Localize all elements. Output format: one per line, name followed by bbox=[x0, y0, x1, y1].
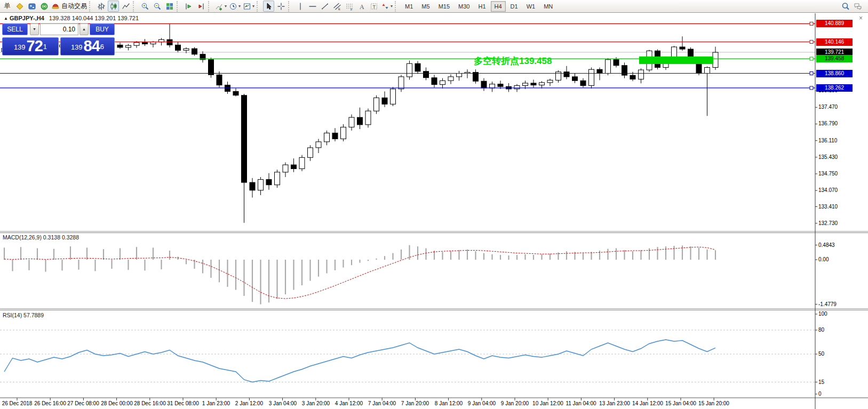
sell-button[interactable]: SELL bbox=[2, 23, 28, 35]
timeframe-M15-button[interactable]: M15 bbox=[435, 1, 453, 12]
panel-collapse-arrow-icon[interactable]: ▲ bbox=[4, 16, 8, 21]
toolbar-separator bbox=[208, 1, 212, 12]
supply-demand-zone[interactable] bbox=[639, 57, 713, 64]
buy-button[interactable]: BUY bbox=[90, 23, 115, 35]
time-axis-label: 7 Jan 04:00 bbox=[368, 400, 396, 406]
zoom-in-icon bbox=[141, 2, 149, 11]
rsi-tick-label: 50 bbox=[818, 351, 824, 357]
macd-tick-label: -1.4779 bbox=[818, 301, 837, 308]
ohlc-readout: 139.328 140.044 139.201 139.721 bbox=[49, 15, 139, 21]
templates-button[interactable]: ▾ bbox=[242, 1, 255, 12]
chart-close-button[interactable]: × bbox=[859, 14, 863, 22]
tile-windows-button[interactable] bbox=[164, 1, 175, 12]
auto-scroll-button[interactable] bbox=[183, 1, 194, 12]
line-chart-button[interactable] bbox=[120, 1, 131, 12]
profile-button[interactable] bbox=[14, 1, 25, 12]
signals-icon bbox=[40, 2, 49, 11]
toolbar-separator bbox=[177, 1, 180, 12]
svg-text:A: A bbox=[360, 3, 364, 10]
time-axis-label: 28 Dec 16:00 bbox=[134, 400, 166, 406]
time-axis-label: 13 Jan 23:00 bbox=[599, 400, 630, 406]
arrows-icon bbox=[381, 2, 389, 11]
time-axis-label: 26 Dec 2018 bbox=[2, 400, 33, 406]
indicators-button[interactable]: ▾ bbox=[214, 1, 227, 12]
autotrade-button[interactable]: 自动交易 bbox=[51, 1, 87, 12]
new-order-button[interactable]: 单 bbox=[2, 1, 13, 12]
timeframe-M5-button[interactable]: M5 bbox=[418, 1, 433, 12]
candlestick-button[interactable] bbox=[108, 1, 119, 12]
text-label-button[interactable]: T bbox=[368, 1, 379, 12]
indicators-icon bbox=[215, 2, 224, 11]
time-axis-label: 15 Jan 20:00 bbox=[698, 400, 729, 406]
chat-button[interactable] bbox=[852, 1, 863, 12]
zoom-in-button[interactable] bbox=[139, 1, 150, 12]
hline-button[interactable] bbox=[307, 1, 318, 12]
vline-button[interactable] bbox=[294, 1, 306, 12]
volume-increase-button[interactable]: ▲ bbox=[79, 23, 89, 35]
cursor-icon bbox=[265, 2, 273, 11]
price-tick-label: 134.070 bbox=[818, 187, 838, 194]
signals-button[interactable] bbox=[38, 1, 50, 12]
zoom-out-button[interactable] bbox=[152, 1, 163, 12]
symbol-period-label: GBPJPY-,H4 bbox=[10, 15, 44, 21]
macd-tick-label: 0.00 bbox=[818, 256, 829, 263]
time-axis-label: 9 Jan 20:00 bbox=[501, 400, 529, 406]
timeframe-M30-button[interactable]: M30 bbox=[455, 1, 473, 12]
time-axis-label: 14 Jan 12:00 bbox=[632, 400, 663, 406]
bar-chart-icon bbox=[97, 2, 106, 11]
timeframe-H4-button[interactable]: H4 bbox=[491, 1, 506, 12]
time-axis-label: 10 Jan 12:00 bbox=[532, 400, 563, 406]
new-order-label: 单 bbox=[4, 2, 11, 11]
search-icon bbox=[841, 2, 850, 11]
chart-shift-button[interactable] bbox=[195, 1, 206, 12]
sell-price-sup: 1 bbox=[43, 38, 47, 56]
text-label-icon: T bbox=[370, 2, 378, 11]
fibonacci-icon: F bbox=[345, 2, 354, 11]
macd-tick-label: 0.4843 bbox=[818, 242, 835, 248]
volume-input[interactable]: 0.10 bbox=[40, 23, 78, 35]
autotrade-icon bbox=[51, 2, 60, 11]
auto-scroll-icon bbox=[185, 2, 193, 11]
buy-price-box[interactable]: 139846 bbox=[60, 37, 115, 55]
text-button[interactable]: A bbox=[356, 1, 367, 12]
timeframe-W1-button[interactable]: W1 bbox=[523, 1, 539, 12]
timeframe-H1-button[interactable]: H1 bbox=[474, 1, 489, 12]
trendline-icon bbox=[321, 2, 329, 11]
time-axis-label: 3 Jan 04:00 bbox=[269, 400, 297, 406]
chart-background bbox=[0, 13, 868, 409]
line-handle[interactable] bbox=[810, 22, 813, 25]
crosshair-icon bbox=[277, 2, 285, 11]
price-label-140.146: 140.146 bbox=[816, 38, 853, 46]
line-handle[interactable] bbox=[810, 72, 813, 75]
sell-price-box[interactable]: 139721 bbox=[2, 37, 59, 55]
chart-canvas[interactable] bbox=[0, 13, 868, 409]
bar-chart-button[interactable] bbox=[95, 1, 107, 12]
timeframe-MN-button[interactable]: MN bbox=[540, 1, 556, 12]
fibonacci-button[interactable]: F bbox=[344, 1, 355, 12]
arrows-button[interactable]: ▾ bbox=[380, 1, 393, 12]
line-handle[interactable] bbox=[810, 41, 813, 44]
toolbar-separator bbox=[395, 1, 399, 12]
pivot-annotation-text: 多空转折点139.458 bbox=[474, 55, 552, 67]
line-handle[interactable] bbox=[810, 57, 813, 60]
sell-price-big: 72 bbox=[27, 38, 43, 54]
search-button[interactable] bbox=[840, 1, 851, 12]
line-handle[interactable] bbox=[810, 86, 813, 90]
timeframe-M1-button[interactable]: M1 bbox=[401, 1, 417, 12]
channel-button[interactable]: E bbox=[331, 1, 343, 12]
trendline-button[interactable] bbox=[319, 1, 330, 12]
periods-button[interactable]: ▾ bbox=[228, 1, 241, 12]
crosshair-button[interactable] bbox=[275, 1, 286, 12]
time-axis-label: 7 Jan 20:00 bbox=[401, 400, 429, 406]
hline-icon bbox=[308, 2, 317, 11]
volume-decrease-button[interactable]: ▼ bbox=[30, 23, 39, 35]
profile-icon bbox=[15, 2, 24, 11]
mql-community-button[interactable] bbox=[26, 1, 37, 12]
dropdown-caret-icon: ▾ bbox=[252, 4, 254, 9]
time-axis-label: 2 Jan 12:00 bbox=[235, 400, 263, 406]
one-click-trading-panel: SELL ▼ 0.10 ▲ BUY 139721 139846 bbox=[2, 23, 115, 68]
timeframe-D1-button[interactable]: D1 bbox=[507, 1, 522, 12]
time-axis-label: 9 Jan 04:00 bbox=[468, 400, 496, 406]
main-toolbar: 单自动交易▾▾▾EFAT▾M1M5M15M30H1H4D1W1MN bbox=[0, 0, 868, 13]
cursor-button[interactable] bbox=[263, 1, 274, 12]
